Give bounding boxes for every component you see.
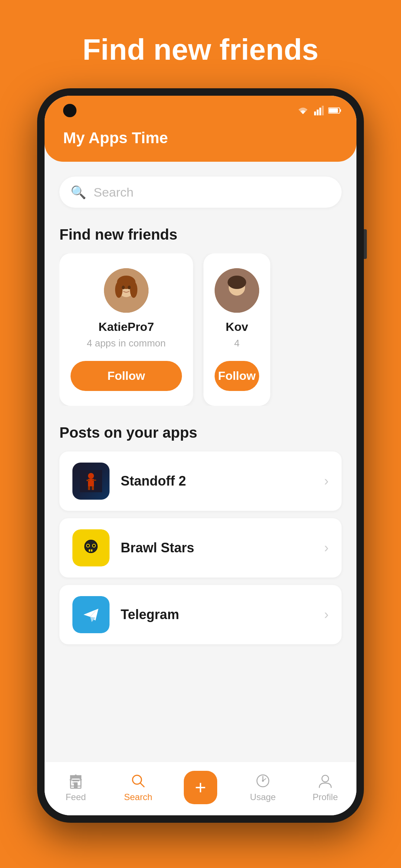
find-friends-section: Find new friends (59, 226, 342, 406)
screen-content[interactable]: 🔍 Search Find new friends (45, 162, 356, 762)
posts-section-title: Posts on your apps (59, 424, 342, 441)
svg-rect-1 (317, 109, 319, 115)
friend-avatar-2 (215, 268, 259, 313)
app-header: My Apps Time (45, 125, 356, 162)
svg-rect-24 (92, 480, 96, 481)
nav-item-search[interactable]: Search (107, 773, 169, 802)
app-icon-brawl-wrapper (72, 529, 110, 566)
svg-point-14 (122, 286, 125, 289)
svg-point-32 (87, 545, 89, 547)
nav-label-usage: Usage (250, 792, 276, 802)
app-icon-telegram-wrapper (72, 596, 110, 633)
posts-section: Posts on your apps (59, 424, 342, 663)
standoff-icon-svg (80, 470, 102, 492)
app-title: My Apps Time (63, 129, 168, 147)
friend-common-2: 4 (234, 338, 239, 349)
usage-icon (255, 773, 271, 789)
phone-screen: My Apps Time 🔍 Search Find new friends (45, 96, 356, 815)
nav-item-profile[interactable]: Profile (294, 773, 356, 802)
svg-point-46 (262, 780, 264, 782)
nav-label-feed: Feed (66, 792, 86, 802)
svg-point-15 (128, 286, 131, 289)
app-name-standoff: Standoff 2 (121, 473, 324, 489)
search-nav-icon (130, 773, 146, 789)
friend-card-2[interactable]: Kov 4 Follow (203, 253, 270, 406)
telegram-icon-svg (80, 604, 102, 626)
svg-point-12 (115, 282, 123, 298)
svg-rect-42 (74, 782, 78, 788)
follow-button-2[interactable]: Follow (215, 361, 259, 391)
profile-icon (317, 773, 333, 789)
nav-item-feed[interactable]: Feed (45, 773, 107, 802)
friend-name-2: Kov (226, 320, 248, 334)
bottom-nav: Feed Search + (45, 762, 356, 815)
app-item-brawl[interactable]: Brawl Stars › (59, 518, 342, 578)
svg-rect-2 (319, 108, 321, 115)
search-placeholder: Search (94, 185, 134, 200)
hero-title: Find new friends (82, 33, 319, 66)
app-item-standoff[interactable]: Standoff 2 › (59, 451, 342, 511)
app-item-telegram[interactable]: Telegram › (59, 585, 342, 644)
app-name-telegram: Telegram (121, 607, 324, 622)
follow-button-1[interactable]: Follow (71, 361, 182, 391)
svg-line-44 (140, 783, 144, 787)
phone-top-bar (45, 96, 356, 125)
svg-rect-26 (92, 486, 94, 490)
nav-label-search: Search (124, 792, 152, 802)
find-friends-title: Find new friends (59, 226, 342, 243)
chevron-standoff: › (324, 473, 329, 489)
signal-icon (314, 106, 324, 115)
svg-rect-3 (322, 106, 324, 115)
svg-rect-23 (87, 480, 89, 481)
brawl-icon-svg (80, 537, 102, 559)
svg-point-33 (93, 545, 95, 547)
svg-point-47 (322, 775, 329, 782)
friend-avatar-1 (104, 268, 149, 313)
svg-point-21 (88, 473, 94, 479)
app-name-brawl: Brawl Stars (121, 540, 324, 556)
nav-label-profile: Profile (313, 792, 338, 802)
friend-common-1: 4 apps in common (87, 338, 166, 349)
svg-rect-6 (329, 108, 338, 112)
svg-rect-5 (340, 109, 341, 112)
chevron-brawl: › (324, 540, 329, 556)
phone-frame: My Apps Time 🔍 Search Find new friends (37, 88, 364, 823)
chevron-telegram: › (324, 607, 329, 622)
friend-name-1: KatiePro7 (98, 320, 154, 334)
friends-cards: KatiePro7 4 apps in common Follow (59, 253, 342, 406)
search-icon: 🔍 (71, 185, 86, 200)
wifi-icon (296, 106, 310, 115)
battery-icon (328, 106, 342, 115)
svg-rect-35 (91, 549, 92, 552)
feed-icon (68, 773, 84, 789)
search-bar[interactable]: 🔍 Search (59, 177, 342, 208)
nav-item-usage[interactable]: Usage (232, 773, 294, 802)
avatar-svg-1 (104, 268, 149, 313)
svg-rect-0 (314, 112, 316, 115)
nav-item-add[interactable]: + (169, 771, 232, 804)
camera-hole (63, 104, 76, 117)
plus-icon: + (195, 778, 206, 797)
svg-point-13 (130, 282, 137, 298)
add-button[interactable]: + (184, 771, 217, 804)
app-icon-standoff-wrapper (72, 463, 110, 500)
avatar-svg-2 (215, 268, 259, 313)
friend-card-1[interactable]: KatiePro7 4 apps in common Follow (59, 253, 193, 406)
svg-rect-25 (88, 486, 90, 490)
svg-point-18 (228, 276, 246, 289)
svg-rect-34 (89, 549, 90, 552)
